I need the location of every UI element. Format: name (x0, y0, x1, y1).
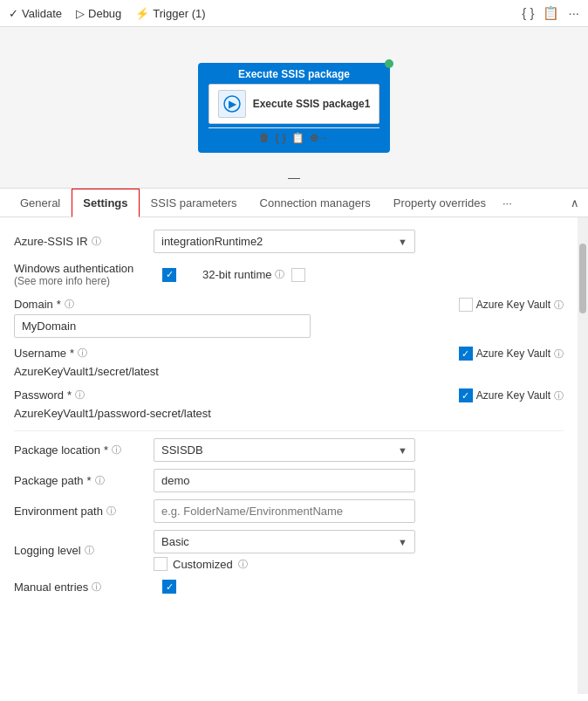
password-vault-row: ✓ Azure Key Vault ⓘ (459, 388, 564, 402)
domain-input[interactable] (14, 314, 311, 338)
toolbar: ✓ Validate ▷ Debug ⚡ Trigger (1) { } 📋 ·… (0, 0, 588, 27)
username-left: Username * ⓘ AzureKeyVault1/secret/lates… (14, 347, 455, 380)
scrollbar-thumb[interactable] (579, 244, 586, 313)
main-content: Azure-SSIS IR ⓘ integrationRuntime2 ▼ Wi… (0, 217, 588, 694)
card-body: ▶ Execute SSIS package1 (209, 84, 380, 124)
password-vault-checkbox[interactable]: ✓ (459, 388, 473, 402)
ir-info-icon[interactable]: ⓘ (92, 235, 101, 248)
customized-checkbox[interactable] (154, 557, 168, 571)
domain-left: Domain * ⓘ (14, 298, 455, 338)
win-auth-checkbox[interactable]: ✓ (162, 268, 176, 282)
trigger-label: Trigger (1) (153, 7, 205, 20)
logging-info-icon[interactable]: ⓘ (85, 544, 94, 557)
env-path-info-icon[interactable]: ⓘ (106, 505, 116, 518)
canvas-area: Execute SSIS package ▶ Execute SSIS pack… (0, 27, 588, 189)
customized-info-icon[interactable]: ⓘ (238, 558, 248, 571)
username-vault: ✓ Azure Key Vault ⓘ (459, 347, 564, 361)
manual-entries-row: Manual entries ⓘ ✓ (14, 580, 564, 594)
domain-label: Domain * ⓘ (14, 298, 455, 311)
manual-entries-checkbox[interactable]: ✓ (162, 580, 176, 594)
status-dot (385, 59, 393, 68)
domain-info-icon[interactable]: ⓘ (65, 298, 74, 311)
customized-label: Customized (173, 558, 233, 571)
ir-label: Azure-SSIS IR ⓘ (14, 235, 154, 248)
domain-vault-checkbox[interactable] (459, 298, 473, 312)
ir-dropdown[interactable]: integrationRuntime2 ▼ (154, 230, 415, 253)
env-path-label: Environment path ⓘ (14, 505, 154, 518)
pkg-path-input[interactable] (154, 469, 415, 492)
password-info-icon[interactable]: ⓘ (75, 388, 85, 402)
copy-icon[interactable]: 📋 (291, 132, 304, 144)
runtime-info-icon[interactable]: ⓘ (275, 268, 284, 281)
tab-connection-managers[interactable]: Connection managers (249, 189, 382, 217)
tab-ssis-parameters[interactable]: SSIS parameters (140, 189, 249, 217)
tabs-bar: General Settings SSIS parameters Connect… (0, 189, 588, 217)
customized-row: Customized ⓘ (154, 557, 415, 571)
username-vault-info-icon[interactable]: ⓘ (554, 347, 564, 361)
tab-settings[interactable]: Settings (72, 189, 139, 217)
manual-entries-label: Manual entries ⓘ (14, 581, 154, 594)
validate-button[interactable]: ✓ Validate (9, 7, 62, 20)
collapse-button[interactable]: — (288, 170, 300, 184)
username-info-icon[interactable]: ⓘ (78, 347, 87, 360)
code-action-icon[interactable]: { } (275, 132, 286, 144)
password-vault-label: Azure Key Vault (476, 389, 550, 402)
ir-value: integrationRuntime2 (161, 235, 263, 248)
pkg-path-info-icon[interactable]: ⓘ (95, 474, 105, 487)
tabs-more-button[interactable]: ··· (497, 189, 517, 216)
debug-icon: ▷ (76, 7, 85, 20)
activity-card[interactable]: Execute SSIS package ▶ Execute SSIS pack… (198, 63, 391, 153)
domain-section: Domain * ⓘ Azure Key Vault ⓘ (14, 298, 564, 338)
winauth-label: Windows authentication (See more info he… (14, 262, 154, 287)
debug-label: Debug (88, 7, 121, 20)
pkg-location-dropdown[interactable]: SSISDB ▼ (154, 438, 415, 462)
runtime-checkbox[interactable] (291, 268, 305, 282)
separator (14, 430, 564, 431)
env-path-input[interactable] (154, 499, 415, 523)
pkg-location-row: Package location * ⓘ SSISDB ▼ (14, 438, 564, 462)
runtime-label: 32-bit runtime ⓘ (202, 268, 305, 282)
domain-vault-info-icon[interactable]: ⓘ (554, 299, 564, 312)
tab-general[interactable]: General (9, 189, 72, 217)
activity-icon: ▶ (218, 90, 246, 118)
validate-icon: ✓ (9, 7, 18, 20)
card-header: Execute SSIS package (238, 68, 350, 80)
card-name: Execute SSIS package1 (253, 98, 371, 110)
pkg-location-info-icon[interactable]: ⓘ (112, 443, 121, 457)
password-value: AzureKeyVault1/password-secret/latest (14, 405, 455, 422)
ir-dropdown-arrow: ▼ (398, 237, 407, 247)
see-more-link: (See more info here) (14, 275, 154, 287)
domain-vault-row: Azure Key Vault ⓘ (459, 298, 564, 312)
username-label: Username * ⓘ (14, 347, 455, 360)
password-left: Password * ⓘ AzureKeyVault1/password-sec… (14, 388, 455, 422)
code-icon[interactable]: { } (522, 5, 534, 21)
ir-row: Azure-SSIS IR ⓘ integrationRuntime2 ▼ (14, 230, 564, 253)
winauth-right: ✓ 32-bit runtime ⓘ (162, 268, 564, 282)
card-actions: 🗑 { } 📋 ⊕→ (209, 127, 380, 148)
logging-dropdown[interactable]: Basic ▼ (154, 530, 415, 553)
monitor-icon[interactable]: 📋 (543, 5, 559, 21)
logging-label: Logging level ⓘ (14, 544, 154, 557)
connect-icon[interactable]: ⊕→ (310, 132, 329, 144)
tab-property-overrides[interactable]: Property overrides (382, 189, 497, 217)
tabs-collapse-button[interactable]: ∧ (571, 196, 579, 210)
scrollbar-track[interactable] (578, 217, 588, 694)
delete-icon[interactable]: 🗑 (259, 132, 270, 144)
more-icon[interactable]: ··· (568, 5, 579, 21)
pkg-location-value: SSISDB (161, 443, 203, 457)
username-vault-label: Azure Key Vault (476, 347, 550, 360)
password-label: Password * ⓘ (14, 388, 455, 402)
validate-label: Validate (22, 7, 62, 20)
trigger-button[interactable]: ⚡ Trigger (1) (135, 7, 205, 20)
pkg-path-label: Package path * ⓘ (14, 474, 154, 487)
password-vault-info-icon[interactable]: ⓘ (554, 389, 564, 402)
trigger-icon: ⚡ (135, 7, 149, 20)
debug-button[interactable]: ▷ Debug (76, 7, 121, 20)
logging-value: Basic (161, 535, 189, 548)
domain-vault: Azure Key Vault ⓘ (459, 298, 564, 312)
form-area: Azure-SSIS IR ⓘ integrationRuntime2 ▼ Wi… (0, 217, 578, 694)
manual-entries-info-icon[interactable]: ⓘ (92, 581, 101, 594)
logging-arrow: ▼ (398, 537, 407, 547)
username-vault-row: ✓ Azure Key Vault ⓘ (459, 347, 564, 361)
username-vault-checkbox[interactable]: ✓ (459, 347, 473, 361)
